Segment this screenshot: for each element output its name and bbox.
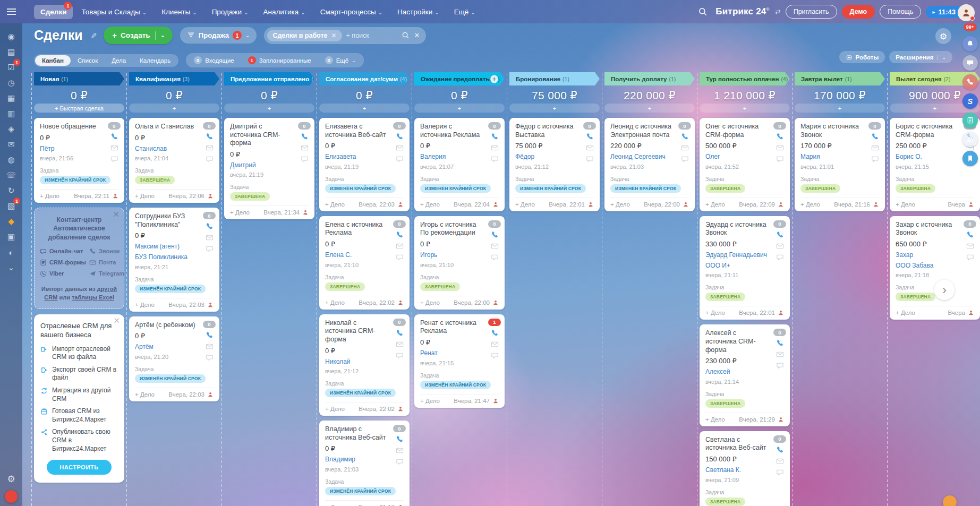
client-link[interactable]: Фёдор — [515, 153, 594, 161]
add-deal-to-column-button[interactable]: + — [319, 104, 410, 113]
column-header[interactable]: Предложение отправлено(1) — [224, 72, 314, 85]
chat-icon[interactable] — [966, 253, 974, 261]
notifications-button[interactable] — [962, 36, 978, 52]
deal-card[interactable]: Валерия с источника Реклама0 ₽Валериявче… — [414, 118, 505, 211]
phone-icon[interactable] — [491, 231, 499, 239]
search-filter-bar[interactable]: Сделки в работе ✕ + поиск ✕ — [264, 27, 426, 44]
support-button[interactable] — [5, 490, 18, 503]
crm-feature-item[interactable]: Миграция из другой CRM — [40, 387, 118, 403]
chat-icon[interactable] — [681, 155, 689, 163]
tab-календарь[interactable]: Календарь — [133, 55, 177, 66]
chat-icon[interactable] — [776, 362, 784, 370]
add-activity-button[interactable]: + Дело — [135, 302, 155, 308]
add-activity-button[interactable]: + Дело — [325, 299, 345, 306]
board-settings-button[interactable]: ⚙ — [935, 28, 951, 44]
chevron-down-icon[interactable]: ⌄ — [245, 32, 250, 38]
topnav-item-3[interactable]: Клиенты⌄ — [155, 5, 203, 19]
client-link[interactable]: Ренат — [420, 349, 499, 358]
phone-icon[interactable] — [871, 133, 879, 141]
hamburger-menu-icon[interactable] — [0, 8, 22, 15]
tab-канбан[interactable]: Канбан — [35, 55, 71, 66]
configure-button[interactable]: НАСТРОИТЬ — [47, 460, 112, 475]
client-link[interactable]: Владимир — [325, 456, 404, 464]
close-icon[interactable]: ✕ — [113, 210, 120, 219]
clients-button[interactable] — [962, 132, 978, 147]
add-activity-button[interactable]: + Дело — [135, 193, 155, 199]
client-link[interactable]: Дмитрий — [230, 161, 309, 170]
worktime-timer[interactable]: ▸ 11:43 — [926, 6, 974, 18]
chat-icon[interactable] — [206, 155, 214, 163]
counter-tab-2[interactable]: 1Запланированные — [241, 54, 318, 66]
add-activity-button[interactable]: + Дело — [325, 201, 345, 208]
mail-icon[interactable] — [206, 342, 214, 350]
client-link[interactable]: Игорь — [420, 251, 499, 260]
deal-card[interactable]: Николай с источника CRM-форма0 ₽Николайв… — [319, 314, 410, 416]
chat-icon[interactable] — [396, 253, 404, 261]
mail-icon[interactable] — [206, 144, 214, 152]
chat-icon[interactable] — [206, 245, 214, 253]
deal-card[interactable]: Дмитрий с источника CRM-форма0 ₽Дмитрийв… — [224, 118, 314, 219]
add-activity-button[interactable]: + Дело — [896, 201, 915, 208]
sidebar-item-automation[interactable]: ↻ — [4, 184, 18, 198]
add-deal-to-column-button[interactable]: + — [129, 104, 219, 113]
deal-card[interactable]: Елена с источника Реклама0 ₽Елена С.вчер… — [319, 216, 410, 310]
invite-button[interactable]: Пригласить — [786, 5, 837, 19]
chat-icon[interactable] — [396, 351, 404, 359]
client-link[interactable]: БУЗ Поликлиника — [135, 253, 214, 262]
sidebar-item-market[interactable]: ◆ — [4, 215, 18, 228]
chat-icon[interactable] — [776, 468, 784, 476]
mail-icon[interactable] — [491, 242, 499, 250]
help-button[interactable]: Помощь — [880, 5, 921, 19]
add-activity-button[interactable]: + Дело — [800, 201, 820, 208]
add-activity-button[interactable]: + Дело — [705, 310, 725, 316]
chevron-down-icon[interactable]: ⌄ — [938, 55, 946, 60]
deal-card[interactable]: Леонид с источника Электронная почта220 … — [604, 118, 695, 211]
robots-button[interactable]: Роботы — [839, 51, 885, 63]
add-deal-to-column-button[interactable]: + — [414, 104, 505, 113]
phone-icon[interactable] — [776, 446, 784, 454]
phone-icon[interactable] — [301, 133, 309, 141]
chat-icon[interactable] — [301, 155, 309, 163]
client-link[interactable]: Леонид Сергеевич — [610, 153, 689, 161]
sidebar-item-warehouse[interactable]: ◐ — [4, 245, 18, 259]
chat-icon[interactable] — [776, 253, 784, 261]
client-link[interactable]: ООО Забава — [896, 262, 974, 270]
sidebar-item-sites[interactable]: ▣ — [4, 230, 18, 244]
import-excel-link[interactable]: таблицы Excel — [72, 294, 114, 301]
chat-icon[interactable] — [396, 458, 404, 466]
chat-button[interactable] — [962, 55, 978, 71]
phone-icon[interactable] — [776, 231, 784, 239]
client-link[interactable]: Светлана К. — [705, 466, 784, 475]
chat-icon[interactable] — [871, 155, 879, 163]
client-link[interactable]: Елизавета — [325, 153, 404, 161]
phone-icon[interactable] — [110, 133, 118, 141]
sidebar-item-analytics[interactable]: ▧1 — [4, 199, 18, 213]
sidebar-item-more[interactable]: ⌄ — [4, 261, 18, 275]
client-link[interactable]: Мария — [800, 153, 879, 161]
client-link[interactable]: Эдуард Геннадьевич — [705, 251, 784, 260]
funnel-filter-button[interactable]: Продажа 1 ⌄ — [180, 27, 257, 44]
mail-icon[interactable] — [396, 144, 404, 152]
client-link[interactable]: Артём — [135, 343, 214, 351]
topnav-item-6[interactable]: Смарт-процессы⌄ — [314, 5, 389, 19]
demo-button[interactable]: Демо — [842, 5, 875, 19]
deal-card[interactable]: Светлана с источника Веб-сайт150 000 ₽Св… — [700, 431, 790, 506]
add-activity-button[interactable]: + Дело — [515, 201, 535, 208]
deal-card[interactable]: Новое обращение0 ₽Пётрвчера, 21:56Задача… — [34, 118, 124, 203]
crm-feature-item[interactable]: Экспорт своей CRM в файл — [40, 366, 118, 382]
deal-card[interactable]: Фёдор с источника Выставка75 000 ₽Фёдорв… — [509, 118, 600, 211]
channel-viber[interactable]: Viber — [40, 270, 86, 277]
client-link[interactable]: Елена С. — [325, 251, 404, 260]
topnav-item-5[interactable]: Аналитика⌄ — [257, 5, 311, 19]
column-header[interactable]: Получить доплату(1) — [604, 72, 695, 85]
mail-icon[interactable] — [681, 144, 689, 152]
phone-icon[interactable] — [491, 329, 499, 337]
add-activity-button[interactable]: + Дело — [705, 201, 725, 208]
mail-icon[interactable] — [871, 144, 879, 152]
column-header[interactable]: Бронирование(1) — [509, 72, 600, 85]
chat-icon[interactable] — [491, 253, 499, 261]
client-link[interactable]: ООО И+ — [705, 262, 784, 270]
clear-search-icon[interactable]: ✕ — [414, 31, 420, 39]
deal-card[interactable]: Эдуард с источника Звонок330 000 ₽Эдуард… — [700, 216, 790, 320]
client-link[interactable]: Валерия — [420, 153, 499, 161]
